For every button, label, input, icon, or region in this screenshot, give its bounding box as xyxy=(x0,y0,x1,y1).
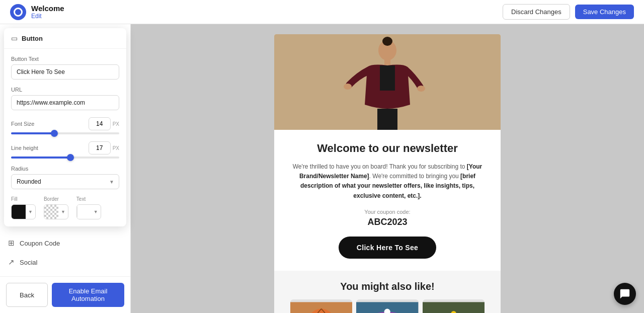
sidebar-nav: ⊞ Coupon Code ↗ Social ▭ Footer xyxy=(0,230,130,276)
email-preview: Welcome to our newsletter We're thrilled… xyxy=(274,34,501,313)
coupon-icon: ⊞ xyxy=(8,239,15,248)
sidebar-item-social[interactable]: ↗ Social xyxy=(0,253,130,272)
font-size-slider-track[interactable] xyxy=(11,132,119,134)
svg-rect-3 xyxy=(384,58,390,65)
button-text-label: Button Text xyxy=(11,56,119,62)
radius-field: Radius RoundedSquarePill ▼ xyxy=(11,166,119,189)
you-might-also-like-section: You might also like! xyxy=(274,271,501,313)
products-row xyxy=(290,299,485,313)
border-swatch[interactable]: ▼ xyxy=(44,204,68,219)
line-height-row: Line height PX xyxy=(11,141,119,154)
product-card-1 xyxy=(290,299,352,313)
text-color-label: Text xyxy=(76,196,101,202)
svg-rect-7 xyxy=(377,109,397,130)
logo-inner xyxy=(14,8,23,17)
button-icon: ▭ xyxy=(11,34,18,42)
border-chevron-icon: ▼ xyxy=(58,209,68,214)
button-text-input[interactable] xyxy=(11,64,119,80)
text-swatch[interactable]: ▼ xyxy=(76,204,101,219)
save-button[interactable]: Save Changes xyxy=(575,5,634,19)
line-height-slider-fill xyxy=(11,156,70,159)
line-height-slider-track[interactable] xyxy=(11,156,119,159)
font-size-slider-fill xyxy=(11,132,54,134)
email-cta-button[interactable]: Click Here To See xyxy=(339,237,436,259)
fill-swatch[interactable]: ▼ xyxy=(11,204,36,219)
sidebar-item-footer[interactable]: ▭ Footer xyxy=(0,272,130,276)
logo xyxy=(10,4,26,20)
sidebar-bottom: Back Enable Email Automation xyxy=(0,276,130,313)
font-size-unit: PX xyxy=(113,121,119,127)
svg-point-6 xyxy=(417,86,425,92)
editor-panel-header: ▭ Button xyxy=(4,28,126,49)
chat-bubble-button[interactable] xyxy=(614,283,636,305)
email-body-text: We're thrilled to have you on board! Tha… xyxy=(290,162,485,201)
url-input[interactable] xyxy=(11,95,119,110)
sidebar-item-coupon-code[interactable]: ⊞ Coupon Code xyxy=(0,233,130,253)
fill-color-preview xyxy=(12,205,26,219)
content-area: Welcome to our newsletter We're thrilled… xyxy=(131,24,644,313)
hero-image xyxy=(274,34,501,130)
radius-label: Radius xyxy=(11,166,119,172)
fill-chevron-icon: ▼ xyxy=(26,209,35,214)
line-height-unit: PX xyxy=(113,145,119,151)
line-height-slider-thumb[interactable] xyxy=(67,154,74,161)
social-icon: ↗ xyxy=(8,258,15,267)
section-title: You might also like! xyxy=(290,281,485,292)
radius-select[interactable]: RoundedSquarePill xyxy=(11,174,119,189)
hero-figure-svg xyxy=(332,34,443,130)
social-label: Social xyxy=(20,259,37,266)
font-size-label: Font Size xyxy=(11,121,85,127)
email-body: Welcome to our newsletter We're thrilled… xyxy=(274,130,501,271)
main-layout: ▭ Button Button Text URL Font Size xyxy=(0,24,644,313)
product-card-3 xyxy=(423,299,485,313)
svg-point-5 xyxy=(344,84,352,90)
coupon-label: Coupon Code xyxy=(20,240,60,247)
color-row: Fill ▼ Border ▼ Text xyxy=(11,196,119,219)
enable-automation-button[interactable]: Enable Email Automation xyxy=(52,283,124,307)
border-color-group: Border ▼ xyxy=(44,196,68,219)
line-height-number-wrap: PX xyxy=(89,141,119,154)
border-color-preview xyxy=(44,205,58,219)
edit-link[interactable]: Edit xyxy=(31,13,64,20)
text-color-group: Text ▼ xyxy=(76,196,101,219)
font-size-number-wrap: PX xyxy=(89,117,119,130)
coupon-code-value: ABC2023 xyxy=(290,217,485,227)
url-label: URL xyxy=(11,87,119,93)
font-size-row: Font Size PX xyxy=(11,117,119,130)
svg-rect-4 xyxy=(380,65,395,91)
button-container: Click Here To See xyxy=(290,237,485,259)
editor-panel-title: Button xyxy=(22,35,43,42)
email-heading: Welcome to our newsletter xyxy=(290,142,485,155)
button-text-field: Button Text xyxy=(11,56,119,80)
text-color-preview xyxy=(77,205,91,219)
fill-color-group: Fill ▼ xyxy=(11,196,36,219)
radius-select-wrap: RoundedSquarePill ▼ xyxy=(11,174,119,189)
font-size-slider-thumb[interactable] xyxy=(51,130,58,137)
topbar-left: Welcome Edit xyxy=(10,4,64,20)
product-card-2 xyxy=(356,299,418,313)
topbar-actions: Discard Changes Save Changes xyxy=(503,4,634,20)
coupon-code-label: Your coupon code: xyxy=(290,209,485,215)
back-button[interactable]: Back xyxy=(6,283,48,307)
editor-body: Button Text URL Font Size PX xyxy=(4,49,126,226)
topbar: Welcome Edit Discard Changes Save Change… xyxy=(0,0,644,24)
fill-label: Fill xyxy=(11,196,36,202)
text-chevron-icon: ▼ xyxy=(91,209,101,214)
app-title: Welcome xyxy=(31,4,64,13)
discard-button[interactable]: Discard Changes xyxy=(503,4,570,20)
border-label: Border xyxy=(44,196,68,202)
line-height-label: Line height xyxy=(11,145,85,151)
url-field: URL xyxy=(11,87,119,110)
line-height-input[interactable] xyxy=(89,141,111,154)
chat-icon xyxy=(619,288,630,299)
svg-point-2 xyxy=(382,37,392,46)
button-editor-panel: ▭ Button Button Text URL Font Size xyxy=(4,28,126,226)
left-panel: ▭ Button Button Text URL Font Size xyxy=(0,24,131,313)
title-group: Welcome Edit xyxy=(31,4,64,20)
font-size-input[interactable] xyxy=(89,117,111,130)
